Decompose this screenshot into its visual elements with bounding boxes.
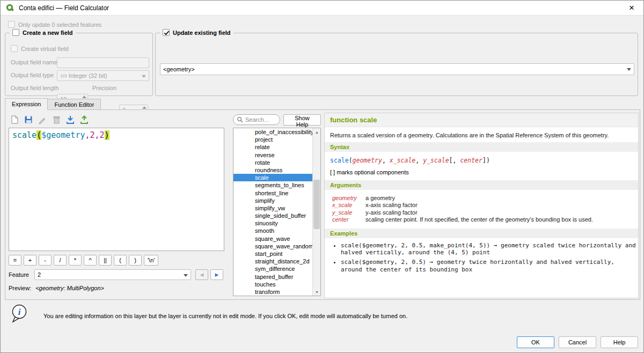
syntax-token: geometry [353, 157, 382, 164]
chevron-down-icon [184, 274, 188, 277]
import-expressions-icon[interactable] [64, 114, 76, 126]
export-expressions-icon[interactable] [78, 114, 90, 126]
syntax-token: ) [486, 157, 490, 164]
search-icon [237, 116, 243, 123]
feature-combo[interactable]: 2 [34, 269, 191, 280]
update-existing-field-checkbox[interactable]: Update existing field [160, 29, 233, 36]
field-calculator-dialog: Conta edifici — Field Calculator × Only … [0, 0, 644, 353]
create-virtual-field-checkbox: Create virtual field [11, 45, 69, 52]
argument-row: y_scaley-axis scaling factor [332, 209, 631, 216]
tab-expression[interactable]: Expression [5, 98, 48, 110]
function-list-item[interactable]: tapered_buffer [233, 273, 312, 281]
function-list-item[interactable]: segments_to_lines [233, 181, 312, 189]
operator-bar: =+-/*^||()'\n' [9, 255, 158, 266]
function-list-item[interactable]: pole_of_inaccessibility [233, 128, 312, 136]
checkbox-box [12, 29, 19, 36]
cancel-button[interactable]: Cancel [559, 336, 596, 348]
operator-button[interactable]: || [99, 255, 112, 266]
new-expression-icon[interactable] [9, 114, 20, 126]
scrollbar-thumb[interactable] [313, 180, 320, 229]
expression-editor[interactable]: scale($geometry,2,2) [9, 128, 224, 251]
create-new-field-checkbox[interactable]: Create a new field [10, 29, 76, 36]
argument-desc: a geometry [365, 195, 631, 201]
search-box[interactable] [233, 114, 280, 125]
existing-field-combo[interactable]: <geometry> [160, 63, 634, 75]
operator-button[interactable]: + [24, 255, 36, 266]
function-list-item[interactable]: reverse [233, 151, 312, 159]
function-list-item[interactable]: rotate [233, 159, 312, 166]
preview-label: Preview: [9, 285, 31, 291]
scroll-down-icon[interactable]: ▼ [313, 288, 321, 296]
operator-button[interactable]: '\n' [144, 255, 158, 266]
tab-bar: ExpressionFunction Editor [5, 98, 100, 110]
code-token: ) [105, 130, 109, 140]
code-token: 2 [90, 130, 95, 140]
argument-desc: scaling center point. If not specified, … [365, 216, 631, 223]
show-help-button[interactable]: Show Help [283, 114, 321, 126]
save-expression-icon[interactable] [23, 114, 34, 126]
function-list-item[interactable]: start_point [233, 250, 312, 258]
code-token: , [85, 130, 90, 140]
operator-button[interactable]: ( [114, 255, 127, 266]
operator-button[interactable]: * [69, 255, 82, 266]
function-list-item[interactable]: square_wave_random… [233, 242, 312, 250]
delete-expression-icon [50, 114, 62, 126]
function-list-item[interactable]: simplify_vw [233, 204, 312, 212]
argument-desc: y-axis scaling factor [365, 209, 631, 216]
feature-label: Feature [9, 271, 29, 278]
ok-button[interactable]: OK [517, 336, 554, 348]
scroll-up-icon[interactable]: ▲ [313, 128, 321, 136]
tab-function-editor[interactable]: Function Editor [47, 99, 101, 110]
information-icon: i [10, 304, 28, 325]
operator-button[interactable]: / [54, 255, 67, 266]
operator-button[interactable]: - [39, 255, 52, 266]
function-list-item[interactable]: square_wave [233, 235, 312, 242]
output-field-type-combo: 123 Integer (32 bit) [57, 70, 149, 81]
function-list: pole_of_inaccessibilityprojectrelatereve… [233, 128, 321, 296]
only-update-checkbox: Only update 0 selected features [8, 21, 101, 28]
precision-label: Precision [92, 85, 116, 91]
qgis-logo-icon [6, 4, 14, 12]
example-item: scale($geometry, 2, 0.5) → geometry twic… [341, 259, 638, 274]
search-input[interactable] [245, 116, 276, 123]
function-list-item[interactable]: sym_difference [233, 265, 312, 273]
function-list-item[interactable]: sinuosity [233, 219, 312, 227]
argument-desc: x-axis scaling factor [365, 202, 631, 208]
edit-expression-icon [36, 114, 48, 126]
function-list-item[interactable]: shortest_line [233, 189, 312, 197]
function-list-item[interactable]: smooth [233, 227, 312, 234]
function-list-item[interactable]: straight_distance_2d [233, 258, 312, 265]
checkbox-box [8, 21, 15, 28]
function-list-item[interactable]: roundness [233, 166, 312, 174]
code-token: $geometry [41, 130, 85, 140]
syntax-token: , [382, 157, 390, 164]
function-list-item[interactable]: transform [233, 288, 312, 296]
next-feature-button[interactable]: ▶ [210, 269, 223, 280]
arguments-list: geometrya geometryx_scalex-axis scaling … [325, 190, 638, 229]
syntax-token: x_scale [390, 157, 415, 164]
function-list-item[interactable]: scale [233, 174, 312, 181]
title-bar: Conta edifici — Field Calculator × [1, 1, 643, 16]
output-field-length-label: Output field length [11, 85, 58, 91]
function-list-item[interactable]: simplify [233, 197, 312, 204]
example-item: scale($geometry, 2, 0.5, make_point(4, 5… [341, 242, 638, 257]
checkbox-box [163, 29, 170, 36]
operator-button[interactable]: ) [129, 255, 142, 266]
update-existing-field-group: Update existing field <geometry> [155, 33, 638, 96]
close-icon[interactable]: × [620, 1, 643, 16]
syntax-token: , [415, 157, 423, 164]
function-list-item[interactable]: relate [233, 143, 312, 151]
feature-row: Feature 2 ◀ ▶ [9, 269, 223, 280]
function-list-item[interactable]: touches [233, 281, 312, 288]
operator-button[interactable]: ^ [84, 255, 97, 266]
operator-button[interactable]: = [9, 255, 21, 266]
function-list-scrollbar[interactable]: ▲ ▼ [312, 128, 320, 296]
function-list-item[interactable]: single_sided_buffer [233, 212, 312, 219]
create-new-field-group: Create a new field Create virtual field … [5, 33, 153, 96]
examples-heading: Examples [325, 229, 638, 238]
function-list-item[interactable]: project [233, 136, 312, 143]
examples-list: scale($geometry, 2, 0.5, make_point(4, 5… [341, 242, 638, 274]
help-button[interactable]: Help [601, 336, 638, 348]
svg-text:i: i [18, 307, 21, 317]
previous-feature-button: ◀ [195, 269, 208, 280]
